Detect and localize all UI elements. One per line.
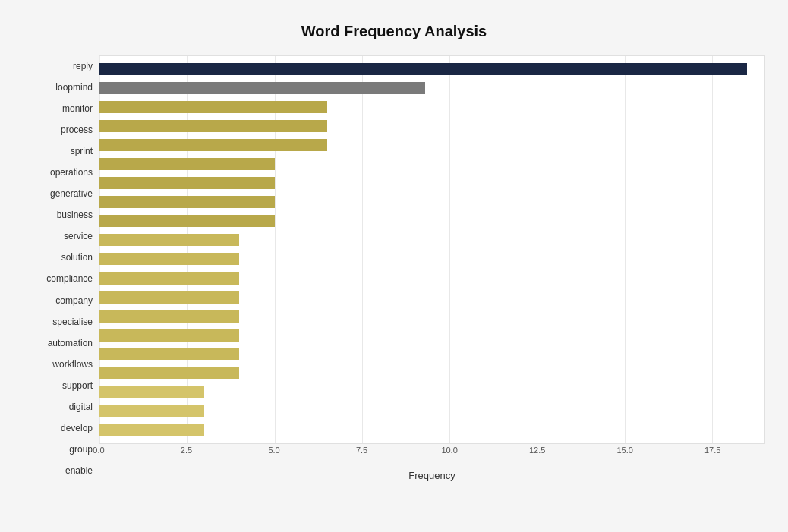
bars-wrapper [99, 55, 765, 444]
x-axis-label: Frequency [99, 470, 765, 481]
chart-title: Word Frequency Analysis [23, 15, 765, 40]
bar-loopmind [99, 82, 425, 94]
bar-generative [99, 177, 275, 189]
bar-support [99, 348, 239, 360]
bar-row [99, 175, 764, 191]
bars-inner [99, 56, 764, 443]
bar-company [99, 272, 239, 285]
y-label: generative [50, 185, 93, 202]
bar-sprint [99, 139, 327, 151]
y-label: operations [50, 164, 93, 181]
bar-row [99, 80, 764, 96]
bar-operations [99, 158, 275, 170]
bar-row [99, 327, 764, 344]
bar-row [99, 403, 764, 420]
y-label: service [64, 228, 93, 244]
bar-compliance [99, 253, 239, 265]
y-label: compliance [46, 270, 93, 287]
y-label: process [61, 121, 93, 138]
y-label: sprint [71, 143, 93, 159]
bar-row [99, 99, 764, 115]
x-tick: 0.0 [93, 445, 104, 455]
x-tick: 10.0 [441, 445, 457, 455]
y-label: digital [69, 398, 93, 415]
bar-row [99, 137, 764, 153]
bar-automation [99, 310, 239, 323]
bar-monitor [99, 101, 327, 113]
y-labels: replyloopmindmonitorprocesssprintoperati… [23, 55, 99, 481]
bar-workflows [99, 329, 239, 342]
bar-row [99, 308, 764, 325]
bar-row [99, 61, 764, 77]
bar-process [99, 120, 327, 132]
bar-row [99, 346, 764, 363]
bar-service [99, 215, 275, 227]
bar-row [99, 289, 764, 306]
bar-row [99, 365, 764, 382]
y-label: company [55, 292, 93, 309]
bar-row [99, 156, 764, 172]
chart-area: replyloopmindmonitorprocesssprintoperati… [23, 55, 765, 481]
x-axis-container: 0.02.55.07.510.012.515.017.5 [99, 444, 765, 467]
x-tick: 12.5 [529, 445, 545, 455]
x-tick: 7.5 [356, 445, 367, 455]
bar-row [99, 194, 764, 210]
bar-row [99, 422, 764, 439]
y-label: develop [61, 420, 93, 436]
y-label: specialise [52, 313, 93, 330]
y-label: enable [65, 462, 93, 479]
bar-row [99, 212, 764, 229]
y-label: monitor [62, 100, 93, 117]
bars-section: 0.02.55.07.510.012.515.017.5 Frequency [99, 55, 765, 481]
bar-row [99, 270, 764, 287]
bar-row [99, 118, 764, 134]
bar-business [99, 196, 275, 208]
bar-specialise [99, 291, 239, 304]
y-label: support [62, 377, 93, 394]
bar-develop [99, 386, 204, 398]
bar-row [99, 250, 764, 267]
bar-enable [99, 424, 204, 436]
bar-reply [99, 63, 747, 75]
bar-digital [99, 367, 239, 379]
y-label: automation [48, 335, 93, 351]
y-label: reply [73, 58, 93, 74]
x-tick: 17.5 [704, 445, 720, 455]
bar-row [99, 231, 764, 248]
y-label: loopmind [55, 79, 93, 96]
bar-solution [99, 234, 239, 246]
y-label: business [57, 206, 93, 223]
bar-group [99, 405, 204, 417]
x-tick: 5.0 [268, 445, 279, 455]
y-label: workflows [52, 356, 93, 373]
x-tick: 15.0 [616, 445, 632, 455]
x-tick: 2.5 [181, 445, 192, 455]
bar-row [99, 384, 764, 401]
y-label: solution [61, 249, 93, 266]
chart-container: Word Frequency Analysis replyloopmindmon… [0, 0, 788, 532]
y-label: group [69, 441, 93, 458]
